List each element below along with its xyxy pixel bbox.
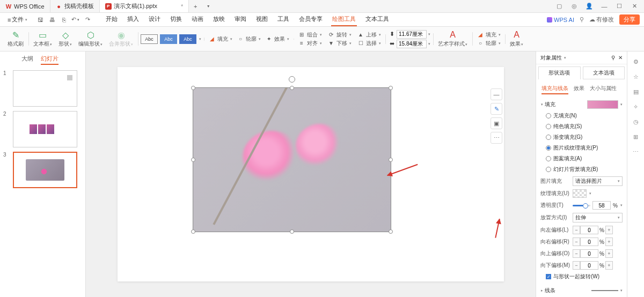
menu-slideshow[interactable]: 放映 — [212, 13, 226, 26]
rail-more-icon[interactable]: ⋯ — [631, 147, 641, 157]
align-button[interactable]: ≡对齐▾ — [296, 40, 324, 47]
select-button[interactable]: ☐选择▾ — [355, 40, 383, 47]
pin-icon[interactable]: ⚲ — [611, 55, 615, 61]
slide-thumb-1[interactable] — [13, 70, 77, 107]
offset-input[interactable] — [580, 261, 598, 270]
float-more-button[interactable]: ⋯ — [491, 132, 502, 144]
resize-handle-bl[interactable] — [191, 229, 195, 234]
menu-member[interactable]: 会员专享 — [298, 13, 324, 26]
resize-handle-tl[interactable] — [191, 86, 195, 90]
wps-ai-button[interactable]: WPS AI — [547, 17, 574, 23]
undo-icon[interactable]: ↶▾ — [71, 16, 80, 24]
style-preset-2[interactable]: Abc — [160, 34, 177, 44]
tab-wps-office[interactable]: W WPS Office — [0, 0, 50, 12]
resize-handle-bm[interactable] — [290, 229, 294, 234]
menu-design[interactable]: 设计 — [148, 13, 162, 26]
selected-shape[interactable] — [193, 87, 391, 232]
radio-gradient-fill[interactable] — [546, 135, 551, 140]
rotate-button[interactable]: ⟳旋转▾ — [326, 31, 353, 39]
print-icon[interactable]: 🖶 — [48, 16, 56, 24]
slide-thumb-3[interactable] — [13, 152, 77, 188]
radio-picture-fill[interactable] — [546, 145, 551, 151]
menu-review[interactable]: 审阅 — [233, 13, 247, 26]
menu-insert[interactable]: 插入 — [126, 13, 140, 26]
shape-button[interactable]: ◇形状▾ — [56, 29, 74, 49]
tab-template[interactable]: ● 找稿壳模板 — [50, 0, 100, 12]
resize-handle-mr[interactable] — [389, 158, 393, 162]
float-crop-button[interactable]: ▣ — [491, 117, 502, 129]
inc-button[interactable]: + — [605, 237, 613, 246]
text-fill-button[interactable]: ◢填充▾ — [475, 31, 502, 39]
search-icon[interactable]: ⚲ — [580, 16, 584, 23]
tab-menu-button[interactable]: ▼ — [202, 4, 215, 8]
tab-presentation[interactable]: P 演示文稿(1).pptx * — [100, 0, 189, 12]
texture-swatch[interactable] — [573, 189, 587, 198]
tile-select[interactable]: 拉伸▾ — [573, 213, 623, 222]
offset-input[interactable] — [580, 249, 598, 258]
inc-button[interactable]: + — [605, 226, 613, 234]
menu-tools[interactable]: 工具 — [276, 13, 290, 26]
pic-select[interactable]: 请选择图片▾ — [573, 176, 623, 186]
menu-animation[interactable]: 动画 — [191, 13, 204, 26]
dec-button[interactable]: − — [573, 249, 580, 258]
rail-layers-icon[interactable]: ▤ — [631, 87, 641, 96]
size-subtab[interactable]: 大小与属性 — [590, 85, 617, 94]
offset-input[interactable] — [580, 226, 598, 234]
inc-button[interactable]: + — [605, 249, 613, 258]
radio-slide-bg-fill[interactable] — [546, 167, 551, 172]
box2-icon[interactable]: ◎ — [569, 1, 580, 12]
resize-handle-tm[interactable] — [290, 86, 294, 90]
edit-shape-button[interactable]: ⬡编辑形状▾ — [76, 29, 105, 49]
rotate-with-checkbox[interactable]: ✓ — [546, 274, 551, 279]
add-tab-button[interactable]: + — [189, 3, 202, 10]
file-menu[interactable]: ≡ 文件 ▾ — [4, 14, 31, 25]
inc-button[interactable]: + — [605, 261, 613, 270]
style-preset-3[interactable]: Abc — [179, 34, 196, 44]
fill-line-subtab[interactable]: 填充与线条 — [541, 85, 568, 94]
shape-options-tab[interactable]: 形状选项 — [538, 66, 581, 79]
effects-subtab[interactable]: 效果 — [574, 85, 584, 94]
fill-section-header[interactable]: ▾填充▾ — [540, 99, 623, 110]
outline-tab[interactable]: 大纲 — [21, 55, 33, 65]
width-input[interactable] — [397, 40, 427, 48]
height-input[interactable] — [397, 30, 427, 39]
dec-button[interactable]: − — [573, 261, 580, 270]
group-button[interactable]: ⊞组合▾ — [296, 31, 324, 39]
textbox-button[interactable]: ▭文本框▾ — [31, 29, 54, 49]
changes-indicator[interactable]: ☁ 有修改 — [589, 16, 614, 24]
rail-fx-icon[interactable]: ✧ — [631, 102, 641, 112]
radio-no-fill[interactable] — [546, 113, 551, 118]
menu-text-tools[interactable]: 文本工具 — [364, 13, 390, 26]
resize-handle-tr[interactable] — [389, 86, 393, 90]
menu-transition[interactable]: 切换 — [169, 13, 183, 26]
text-outline-button[interactable]: ○轮廓▾ — [475, 40, 502, 47]
dec-button[interactable]: − — [573, 237, 580, 246]
fill-button[interactable]: ◢填充▾ — [207, 35, 234, 43]
slides-tab[interactable]: 幻灯片 — [41, 55, 58, 65]
minimize-button[interactable]: — — [599, 1, 610, 12]
style-more-button[interactable]: ▾ — [199, 37, 201, 41]
close-button[interactable]: ✕ — [629, 1, 640, 12]
maximize-button[interactable]: ☐ — [614, 1, 625, 12]
redo-icon[interactable]: ↷ — [83, 16, 92, 24]
rail-grid-icon[interactable]: ⊞ — [631, 132, 641, 142]
export-icon[interactable]: ⎘ — [60, 16, 68, 24]
avatar-icon[interactable]: 👤 — [584, 1, 595, 12]
share-button[interactable]: 分享 — [619, 14, 640, 25]
save-icon[interactable]: 🖫 — [36, 16, 45, 24]
format-brush-button[interactable]: ✎格式刷 — [5, 29, 26, 49]
resize-handle-br[interactable] — [389, 229, 393, 234]
rail-history-icon[interactable]: ◷ — [631, 117, 641, 127]
effect-button[interactable]: ✦效果▾ — [264, 35, 291, 43]
art-style-button[interactable]: A艺术字样式▾ — [436, 29, 470, 49]
box1-icon[interactable]: ▢ — [554, 1, 565, 12]
line-section-header[interactable]: ▸线条▾ — [540, 285, 623, 296]
float-edit-button[interactable]: ✎ — [491, 103, 502, 115]
outline-button[interactable]: ○轮廓▾ — [235, 35, 262, 43]
merge-shape-button[interactable]: ◉合并形状▾ — [107, 29, 135, 49]
slide-canvas[interactable]: — ✎ ▣ ⋯ — [118, 67, 504, 281]
radio-solid-fill[interactable] — [546, 124, 551, 129]
style-preset-1[interactable]: Abc — [141, 34, 158, 44]
float-minus-button[interactable]: — — [491, 88, 502, 100]
resize-handle-ml[interactable] — [191, 158, 195, 162]
